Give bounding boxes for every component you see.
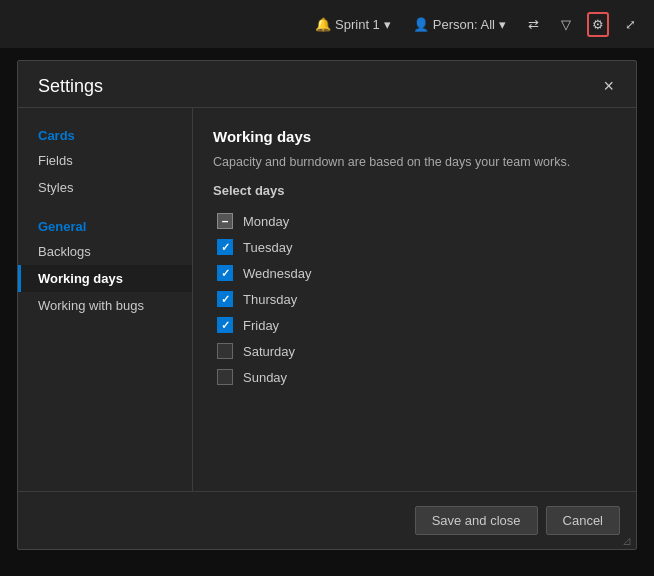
- settings-button[interactable]: ⚙: [587, 12, 609, 37]
- content-area: Working days Capacity and burndown are b…: [193, 108, 636, 491]
- person-icon: 👤: [413, 17, 429, 32]
- day-label-saturday: Saturday: [243, 344, 295, 359]
- day-checkbox-sunday[interactable]: [217, 369, 233, 385]
- sidebar-item-styles[interactable]: Styles: [18, 174, 192, 201]
- day-checkbox-tuesday[interactable]: [217, 239, 233, 255]
- days-scroll-container: MondayTuesdayWednesdayThursdayFridaySatu…: [213, 208, 616, 403]
- sprint-chevron-icon: ▾: [384, 17, 391, 32]
- dialog-header: Settings ×: [18, 61, 636, 108]
- day-item: Thursday: [213, 286, 612, 312]
- sidebar-separator: [18, 201, 192, 215]
- day-checkbox-friday[interactable]: [217, 317, 233, 333]
- content-title: Working days: [213, 128, 616, 145]
- expand-icon: ⤢: [625, 17, 636, 32]
- day-item: Monday: [213, 208, 612, 234]
- layout-button[interactable]: ⇄: [522, 13, 545, 36]
- day-item: Wednesday: [213, 260, 612, 286]
- day-checkbox-saturday[interactable]: [217, 343, 233, 359]
- close-button[interactable]: ×: [597, 75, 620, 97]
- person-chevron-icon: ▾: [499, 17, 506, 32]
- sprint-label: Sprint 1: [335, 17, 380, 32]
- sidebar-item-working-with-bugs[interactable]: Working with bugs: [18, 292, 192, 319]
- sprint-selector[interactable]: 🔔 Sprint 1 ▾: [309, 13, 397, 36]
- modal-overlay: Settings × Cards Fields Styles General B…: [0, 48, 654, 576]
- sidebar: Cards Fields Styles General Backlogs Wor…: [18, 108, 193, 491]
- day-label-thursday: Thursday: [243, 292, 297, 307]
- sidebar-item-fields[interactable]: Fields: [18, 147, 192, 174]
- day-item: Tuesday: [213, 234, 612, 260]
- save-close-button[interactable]: Save and close: [415, 506, 538, 535]
- expand-button[interactable]: ⤢: [619, 13, 642, 36]
- person-label: Person: All: [433, 17, 495, 32]
- day-label-tuesday: Tuesday: [243, 240, 292, 255]
- dialog-footer: Save and close Cancel: [18, 491, 636, 549]
- layout-icon: ⇄: [528, 17, 539, 32]
- gear-icon: ⚙: [592, 17, 604, 32]
- day-item: Sunday: [213, 364, 612, 390]
- day-item: Friday: [213, 312, 612, 338]
- sidebar-item-working-days[interactable]: Working days: [18, 265, 192, 292]
- day-label-monday: Monday: [243, 214, 289, 229]
- content-description: Capacity and burndown are based on the d…: [213, 155, 616, 169]
- person-selector[interactable]: 👤 Person: All ▾: [407, 13, 512, 36]
- sidebar-section-general[interactable]: General: [18, 215, 192, 238]
- day-checkbox-monday[interactable]: [217, 213, 233, 229]
- day-checkbox-thursday[interactable]: [217, 291, 233, 307]
- select-days-label: Select days: [213, 183, 616, 198]
- toolbar: 🔔 Sprint 1 ▾ 👤 Person: All ▾ ⇄ ▽ ⚙ ⤢: [0, 0, 654, 48]
- day-label-friday: Friday: [243, 318, 279, 333]
- day-label-wednesday: Wednesday: [243, 266, 311, 281]
- days-list: MondayTuesdayWednesdayThursdayFridaySatu…: [213, 208, 616, 403]
- day-item: Saturday: [213, 338, 612, 364]
- filter-button[interactable]: ▽: [555, 13, 577, 36]
- sidebar-item-backlogs[interactable]: Backlogs: [18, 238, 192, 265]
- sidebar-item-cards[interactable]: Cards: [18, 124, 192, 147]
- day-checkbox-wednesday[interactable]: [217, 265, 233, 281]
- cancel-button[interactable]: Cancel: [546, 506, 620, 535]
- resize-handle[interactable]: ⊿: [622, 535, 634, 547]
- sprint-bell-icon: 🔔: [315, 17, 331, 32]
- filter-icon: ▽: [561, 17, 571, 32]
- settings-dialog: Settings × Cards Fields Styles General B…: [17, 60, 637, 550]
- dialog-body: Cards Fields Styles General Backlogs Wor…: [18, 108, 636, 491]
- dialog-title: Settings: [38, 76, 103, 97]
- day-label-sunday: Sunday: [243, 370, 287, 385]
